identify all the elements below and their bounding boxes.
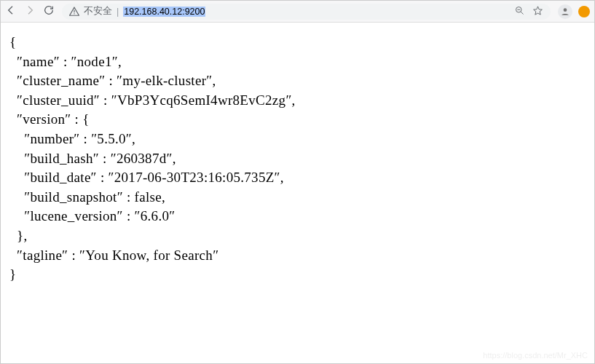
divider: | — [117, 7, 119, 17]
cluster-uuid-value: VbP3Ycq6SemI4wr8EvC2zg — [117, 92, 285, 108]
insecure-label: 不安全 — [84, 5, 112, 17]
notification-badge[interactable] — [578, 6, 590, 17]
lucene-version-value: 6.6.0 — [141, 208, 170, 223]
warning-icon — [69, 7, 79, 17]
build-hash-value: 260387d — [117, 151, 167, 166]
svg-point-1 — [564, 8, 567, 12]
json-response: { ″name″ : ″node1″, ″cluster_name″ : ″my… — [1, 23, 594, 295]
watermark: https://blog.csdn.net/Mr_XHC — [483, 351, 588, 360]
browser-toolbar: 不安全 | 192.168.40.12:9200 — [1, 1, 594, 23]
name-value: node1 — [77, 54, 112, 69]
build-date-value: 2017-06-30T23:16:05.735Z — [114, 170, 275, 185]
reload-button[interactable] — [43, 4, 55, 18]
version-number-value: 5.5.0 — [97, 131, 126, 146]
url-text: 192.168.40.12:9200 — [123, 7, 205, 17]
cluster-name-value: my-elk-cluster — [122, 73, 206, 88]
build-snapshot-value: false — [135, 189, 162, 205]
avatar-icon[interactable] — [558, 4, 572, 19]
addr-right — [514, 5, 543, 18]
address-bar[interactable]: 不安全 | 192.168.40.12:9200 — [62, 4, 551, 20]
zoom-icon[interactable] — [514, 5, 525, 18]
star-icon[interactable] — [532, 5, 543, 18]
tagline-value: You Know, for Search — [85, 248, 213, 263]
profile-area — [558, 4, 590, 19]
nav-buttons — [5, 4, 55, 18]
back-button[interactable] — [5, 4, 17, 18]
forward-button[interactable] — [24, 4, 36, 18]
